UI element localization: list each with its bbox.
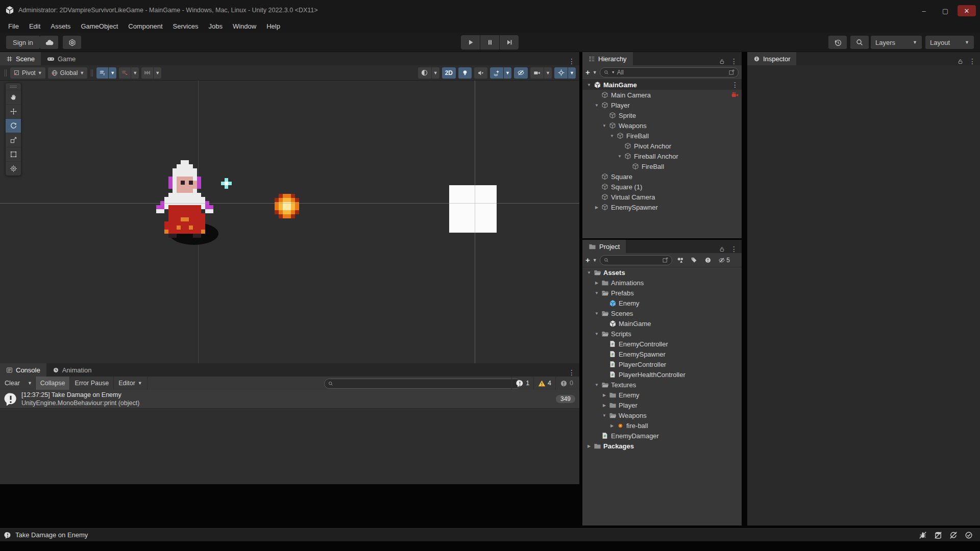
- hidden-objects-toggle[interactable]: [514, 67, 528, 79]
- move-tool[interactable]: [6, 104, 21, 118]
- menu-edit[interactable]: Edit: [24, 21, 45, 32]
- tree-row-virtual-camera[interactable]: Virtual Camera: [582, 192, 742, 202]
- tree-row-maingame[interactable]: MainGame: [582, 318, 742, 329]
- tree-row-scripts[interactable]: ▼Scripts: [582, 329, 742, 339]
- tree-row-playerhealthcontroller[interactable]: #PlayerHealthController: [582, 369, 742, 380]
- tree-row-enemycontroller[interactable]: #EnemyController: [582, 339, 742, 349]
- console-info-filter[interactable]: 1: [511, 377, 533, 390]
- step-button[interactable]: [500, 35, 519, 49]
- console-clear-button[interactable]: Clear: [0, 377, 24, 390]
- project-search-input[interactable]: [600, 255, 672, 265]
- play-button[interactable]: [461, 35, 480, 49]
- panel-menu-icon[interactable]: ⋮: [568, 368, 575, 377]
- lock-icon[interactable]: [719, 58, 725, 65]
- sign-in-button[interactable]: Sign in: [6, 36, 40, 49]
- shading-mode-dropdown[interactable]: ▼: [432, 67, 439, 79]
- window-minimize-button[interactable]: –: [915, 5, 933, 16]
- console-search-input[interactable]: [324, 379, 521, 389]
- menu-services[interactable]: Services: [168, 21, 204, 32]
- tree-row-prefabs[interactable]: ▼Prefabs: [582, 288, 742, 298]
- tree-row-playercontroller[interactable]: #PlayerController: [582, 359, 742, 369]
- gizmos-dropdown[interactable]: ▼: [568, 67, 576, 79]
- tree-row-maingame[interactable]: ▼MainGame⋮: [582, 80, 742, 90]
- white-square[interactable]: [449, 185, 497, 233]
- expand-arrow-icon[interactable]: ▶: [601, 393, 608, 397]
- tree-row-player[interactable]: ▼Player: [582, 100, 742, 110]
- expand-arrow-icon[interactable]: ▼: [585, 270, 593, 275]
- expand-arrow-icon[interactable]: ▼: [593, 103, 600, 108]
- menu-assets[interactable]: Assets: [45, 21, 76, 32]
- cache-server-disabled-icon[interactable]: [934, 531, 942, 539]
- expand-arrow-icon[interactable]: ▶: [608, 423, 616, 428]
- expand-arrow-icon[interactable]: ▼: [616, 154, 623, 159]
- version-control-button[interactable]: [63, 36, 81, 49]
- tree-row-textures[interactable]: ▼Textures: [582, 380, 742, 390]
- chevron-down-icon[interactable]: ▼: [593, 70, 597, 75]
- filter-by-label-icon[interactable]: [689, 257, 700, 263]
- scene-lighting-toggle[interactable]: [458, 67, 472, 79]
- tab-inspector[interactable]: Inspector: [747, 52, 796, 65]
- chevron-down-icon[interactable]: ▼: [593, 258, 597, 263]
- tree-row-fireball-anchor[interactable]: ▼Fireball Anchor: [582, 151, 742, 161]
- menu-window[interactable]: Window: [228, 21, 261, 32]
- expand-arrow-icon[interactable]: ▼: [585, 83, 593, 87]
- tree-row-packages[interactable]: ▶Packages: [582, 441, 742, 451]
- shading-mode-toggle[interactable]: [418, 67, 431, 79]
- expand-arrow-icon[interactable]: ▼: [593, 291, 600, 295]
- project-create-button[interactable]: +: [585, 256, 590, 264]
- snap-increment-dropdown[interactable]: ▼: [154, 67, 161, 79]
- transform-tool[interactable]: [6, 161, 21, 176]
- grid-snapping-toggle[interactable]: [96, 67, 108, 79]
- menu-component[interactable]: Component: [123, 21, 167, 32]
- tree-row-player[interactable]: ▶Player: [582, 400, 742, 410]
- fireball-sprite[interactable]: [275, 194, 299, 218]
- panel-menu-icon[interactable]: ⋮: [568, 57, 575, 65]
- console-log-entry[interactable]: [12:37:25] Take Damage on EnemyUnityEngi…: [0, 390, 579, 409]
- panel-menu-icon[interactable]: ⋮: [730, 245, 738, 253]
- tree-row-square[interactable]: Square: [582, 171, 742, 182]
- window-close-button[interactable]: ✕: [958, 5, 976, 16]
- console-clear-dropdown[interactable]: ▼: [24, 377, 36, 390]
- rect-tool[interactable]: [6, 147, 21, 161]
- expand-arrow-icon[interactable]: ▼: [608, 134, 616, 138]
- toolbar-drag-handle[interactable]: [5, 69, 7, 77]
- tab-scene[interactable]: Scene: [0, 52, 41, 65]
- console-error-filter[interactable]: 0: [555, 377, 577, 390]
- tree-row-animations[interactable]: ▶Animations: [582, 278, 742, 288]
- menu-help[interactable]: Help: [261, 21, 285, 32]
- scene-options-icon[interactable]: ⋮: [731, 81, 739, 89]
- undo-history-button[interactable]: [828, 36, 847, 49]
- window-maximize-button[interactable]: ▢: [936, 5, 954, 16]
- console-error-pause-toggle[interactable]: Error Pause: [70, 377, 114, 390]
- lock-icon[interactable]: [957, 58, 964, 65]
- scale-tool[interactable]: [6, 133, 21, 147]
- filter-by-type-icon[interactable]: [675, 257, 686, 264]
- layout-dropdown[interactable]: Layout▼: [925, 36, 974, 49]
- tree-row-assets[interactable]: ▼Assets: [582, 267, 742, 278]
- expand-arrow-icon[interactable]: ▼: [593, 311, 600, 316]
- hidden-packages-toggle[interactable]: 5: [716, 257, 732, 264]
- tab-game[interactable]: Game: [41, 52, 82, 65]
- tab-animation[interactable]: Animation: [46, 363, 98, 377]
- scene-camera-dropdown[interactable]: ▼: [544, 67, 552, 79]
- tree-row-main-camera[interactable]: Main Camera: [582, 90, 742, 100]
- wizard-sprite[interactable]: [156, 160, 222, 242]
- expand-arrow-icon[interactable]: ▼: [593, 383, 600, 387]
- snap-increment-button[interactable]: [141, 67, 153, 79]
- tree-row-scenes[interactable]: ▼Scenes: [582, 308, 742, 318]
- menu-jobs[interactable]: Jobs: [203, 21, 227, 32]
- tab-hierarchy[interactable]: Hierarchy: [582, 52, 633, 65]
- tree-row-enemyspawner[interactable]: #EnemySpawner: [582, 349, 742, 359]
- progress-done-icon[interactable]: [965, 531, 973, 539]
- tree-row-sprite[interactable]: Sprite: [582, 110, 742, 120]
- tool-strip-grip[interactable]: [6, 83, 21, 90]
- pause-button[interactable]: [480, 35, 499, 49]
- global-search-button[interactable]: [850, 36, 869, 49]
- tree-row-weapons[interactable]: ▼Weapons: [582, 120, 742, 131]
- expand-arrow-icon[interactable]: ▼: [601, 123, 608, 128]
- tree-row-fireball[interactable]: FireBall: [582, 161, 742, 171]
- expand-arrow-icon[interactable]: ▼: [601, 413, 608, 418]
- 2d-mode-toggle[interactable]: 2D: [442, 67, 456, 79]
- expand-arrow-icon[interactable]: ▼: [593, 332, 600, 336]
- menu-gameobject[interactable]: GameObject: [76, 21, 123, 32]
